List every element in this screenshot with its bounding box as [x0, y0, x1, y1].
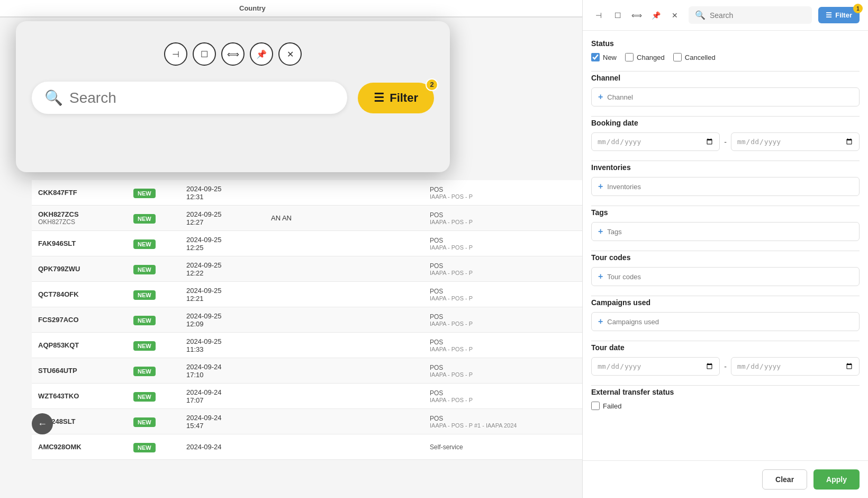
row-channel: POS IAAPA - POS - P #1 - IAAPA 2024 [423, 411, 529, 433]
row-date: 2024-09-2512:25 [180, 232, 265, 256]
apply-button[interactable]: Apply [813, 469, 860, 490]
table-row[interactable]: AQP853KQT NEW 2024-09-2511:33 POS IAAPA … [32, 333, 582, 358]
row-status: NEW [127, 364, 180, 378]
filter-panel-content: Status New Changed Cancelled Channel [583, 31, 868, 460]
row-status: NEW [127, 186, 180, 200]
search-input[interactable] [69, 90, 334, 106]
row-code: FCS297ACO [32, 312, 127, 328]
row-name [265, 417, 370, 426]
row-status: NEW [127, 262, 180, 276]
status-changed-option[interactable]: Changed [625, 53, 665, 61]
row-date: 2024-09-2512:27 [180, 206, 265, 230]
table-row[interactable]: FAK946SLT NEW 2024-09-2512:25 POS IAAPA … [32, 231, 582, 256]
row-channel: POS IAAPA - POS - P [423, 309, 529, 331]
dock-left-button[interactable]: ⊣ [164, 42, 187, 66]
expand-button[interactable]: ⟺ [221, 42, 245, 66]
table-row[interactable]: QPK799ZWU NEW 2024-09-2512:22 POS IAAPA … [32, 256, 582, 282]
search-input-wrap: 🔍 [32, 82, 347, 114]
row-country [370, 443, 423, 451]
status-section: Status New Changed Cancelled [591, 39, 860, 61]
row-channel: POS IAAPA - POS - P [423, 360, 529, 382]
right-center-button[interactable]: ☐ [610, 8, 625, 23]
table-row[interactable]: CKK847FTF NEW 2024-09-2512:31 POS IAAPA … [32, 180, 582, 206]
table-row[interactable]: ALF248SLT NEW 2024-09-2415:47 POS IAAPA … [32, 409, 582, 434]
tour-codes-input[interactable] [607, 273, 853, 281]
row-date: 2024-09-2512:09 [180, 308, 265, 332]
inventories-input[interactable] [607, 183, 853, 191]
channel-section: Channel + [591, 74, 860, 106]
pin-button[interactable]: 📌 [250, 42, 273, 66]
center-button[interactable]: ☐ [193, 42, 216, 66]
external-transfer-failed-option[interactable]: Failed [591, 402, 860, 410]
tour-date-from[interactable] [591, 357, 720, 376]
channel-add-icon[interactable]: + [598, 92, 603, 102]
row-code: CKK847FTF [32, 184, 127, 201]
clear-button[interactable]: Clear [762, 469, 807, 490]
row-date: 2024-09-2512:31 [180, 181, 265, 205]
right-filter-button[interactable]: ☰ Filter 1 [818, 7, 860, 23]
tags-section: Tags + [591, 208, 860, 241]
row-name [265, 392, 370, 401]
right-pin-button[interactable]: 📌 [648, 8, 663, 23]
campaigns-add-icon[interactable]: + [598, 317, 603, 326]
right-dock-left-button[interactable]: ⊣ [591, 8, 606, 23]
right-search-input[interactable] [710, 11, 806, 20]
right-close-button[interactable]: ✕ [667, 8, 682, 23]
channel-input[interactable] [607, 93, 853, 101]
row-status: NEW [127, 415, 180, 429]
status-badge: NEW [133, 239, 156, 249]
row-name [265, 290, 370, 299]
row-code: QPK799ZWU [32, 261, 127, 277]
campaigns-section: Campaigns used + [591, 298, 860, 331]
tour-codes-title: Tour codes [591, 253, 860, 262]
table-row[interactable]: OKH827ZCS OKH827ZCS NEW 2024-09-2512:27 … [32, 206, 582, 231]
back-button[interactable]: ← [32, 413, 53, 434]
booking-date-to[interactable] [731, 132, 860, 151]
row-name [265, 316, 370, 324]
tour-codes-add-icon[interactable]: + [598, 272, 603, 281]
row-date: 2024-09-2417:07 [180, 384, 265, 408]
booking-date-separator: - [724, 138, 727, 146]
tags-add-icon[interactable]: + [598, 227, 603, 236]
row-channel: POS IAAPA - POS - P [423, 233, 529, 255]
divider-4 [591, 206, 860, 206]
booking-date-from[interactable] [591, 132, 720, 151]
table-row[interactable]: AMC928OMK NEW 2024-09-24 Self-service [32, 434, 582, 460]
table-row[interactable]: STU664UTP NEW 2024-09-2417:10 POS IAAPA … [32, 358, 582, 384]
right-expand-button[interactable]: ⟺ [629, 8, 644, 23]
row-country [370, 189, 423, 197]
external-transfer-failed-checkbox[interactable] [591, 402, 600, 410]
status-cancelled-checkbox[interactable] [673, 53, 682, 61]
row-status: NEW [127, 288, 180, 301]
booking-date-section: Booking date - [591, 119, 860, 151]
status-cancelled-option[interactable]: Cancelled [673, 53, 716, 61]
filter-button[interactable]: ☰ Filter 2 [358, 83, 434, 113]
row-code: QCT784OFK [32, 286, 127, 303]
modal-toolbar: ⊣ ☐ ⟺ 📌 ✕ [32, 42, 434, 66]
tour-date-range: - [591, 357, 860, 376]
status-badge: NEW [133, 417, 156, 427]
status-badge: NEW [133, 189, 156, 198]
divider-7 [591, 341, 860, 341]
tour-date-to[interactable] [731, 357, 860, 376]
inventories-add-icon[interactable]: + [598, 182, 603, 191]
row-name [265, 239, 370, 248]
row-country [370, 367, 423, 375]
right-topbar-icons: ⊣ ☐ ⟺ 📌 ✕ [591, 8, 682, 23]
status-new-option[interactable]: New [591, 53, 617, 61]
status-changed-checkbox[interactable] [625, 53, 634, 61]
table-row[interactable]: QCT784OFK NEW 2024-09-2512:21 POS IAAPA … [32, 282, 582, 307]
tags-input-wrap: + [591, 222, 860, 241]
row-date: 2024-09-2511:33 [180, 333, 265, 358]
right-search-icon: 🔍 [695, 10, 706, 20]
campaigns-input[interactable] [607, 318, 853, 326]
tags-input[interactable] [607, 228, 853, 236]
table-row[interactable]: WZT643TKO NEW 2024-09-2417:07 POS IAAPA … [32, 384, 582, 409]
close-button[interactable]: ✕ [278, 42, 302, 66]
row-name [265, 443, 370, 451]
table-row[interactable]: FCS297ACO NEW 2024-09-2512:09 POS IAAPA … [32, 307, 582, 333]
row-date: 2024-09-2512:21 [180, 282, 265, 307]
row-country [370, 290, 423, 299]
status-new-checkbox[interactable] [591, 53, 600, 61]
right-filter-icon: ☰ [826, 11, 832, 19]
